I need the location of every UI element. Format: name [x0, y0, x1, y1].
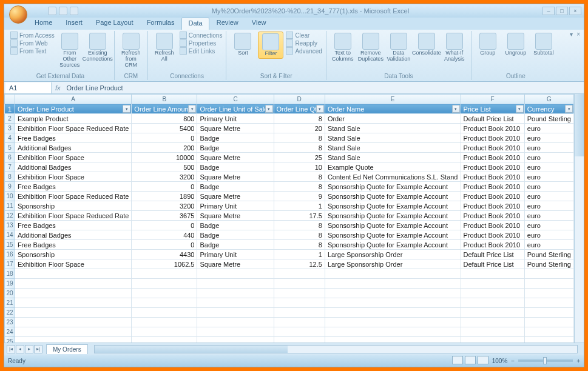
cell[interactable]: 8: [274, 182, 325, 192]
cell[interactable]: 8: [274, 230, 325, 240]
cell[interactable]: 0: [132, 221, 197, 230]
cell[interactable]: [524, 279, 573, 289]
cell[interactable]: euro: [524, 153, 573, 162]
cell[interactable]: Badge: [197, 133, 274, 143]
zoom-in-button[interactable]: +: [576, 358, 580, 364]
cell[interactable]: Sponsorship: [15, 250, 131, 259]
consolidate-button[interactable]: Consolidate: [414, 32, 439, 58]
cell[interactable]: euro: [524, 192, 573, 201]
cell[interactable]: Primary Unit: [197, 201, 274, 211]
cell[interactable]: 8: [274, 143, 325, 153]
cell[interactable]: [325, 298, 461, 308]
formula-value[interactable]: Order Line Product: [64, 84, 126, 92]
tab-home[interactable]: Home: [29, 18, 58, 30]
filter-button[interactable]: Filter: [258, 32, 283, 59]
cell[interactable]: 0: [132, 182, 197, 192]
cell[interactable]: [461, 318, 524, 327]
cell[interactable]: [132, 298, 197, 308]
cell[interactable]: Default Price List: [461, 259, 524, 269]
row-header[interactable]: 18: [5, 269, 15, 279]
row-header[interactable]: 14: [5, 230, 15, 240]
cell[interactable]: 1: [274, 250, 325, 259]
cell[interactable]: [325, 289, 461, 298]
cell[interactable]: [274, 318, 325, 327]
cell[interactable]: euro: [524, 143, 573, 153]
cell[interactable]: Stand Sale: [325, 143, 461, 153]
cell[interactable]: 1: [274, 201, 325, 211]
cell[interactable]: Exhibition Floor Space Reduced Rate: [15, 211, 131, 221]
cell[interactable]: Product Book 2010: [461, 182, 524, 192]
sheet-last-icon[interactable]: ▸|: [34, 345, 42, 353]
row-header[interactable]: 7: [5, 162, 15, 172]
cell[interactable]: Product Book 2010: [461, 143, 524, 153]
cell[interactable]: [325, 269, 461, 279]
cell[interactable]: 800: [132, 114, 197, 124]
cell[interactable]: [461, 337, 524, 343]
cell[interactable]: [15, 337, 131, 343]
cell[interactable]: 1890: [132, 192, 197, 201]
row-header[interactable]: 25: [5, 337, 15, 343]
cell[interactable]: 200: [132, 143, 197, 153]
refresh-crm-button[interactable]: Refresh from CRM: [118, 32, 144, 70]
cell[interactable]: 8: [274, 172, 325, 182]
cell[interactable]: 440: [132, 230, 197, 240]
cell[interactable]: [461, 269, 524, 279]
cell[interactable]: Example Quote: [325, 162, 461, 172]
cell[interactable]: [524, 269, 573, 279]
cell[interactable]: Exhibition Floor Space Reduced Rate: [15, 124, 131, 133]
tab-data[interactable]: Data: [181, 18, 209, 30]
cell[interactable]: euro: [524, 230, 573, 240]
cell[interactable]: Product Book 2010: [461, 201, 524, 211]
normal-view-button[interactable]: [452, 356, 463, 364]
cell[interactable]: [274, 308, 325, 318]
cell[interactable]: 3200: [132, 201, 197, 211]
cell[interactable]: Product Book 2010: [461, 230, 524, 240]
from-other-sources-button[interactable]: From Other Sources: [57, 32, 83, 70]
cell[interactable]: [461, 327, 524, 337]
cell[interactable]: [15, 298, 131, 308]
row-header[interactable]: 16: [5, 250, 15, 259]
ribbon-item[interactable]: Clear: [286, 32, 322, 39]
filter-dropdown-icon[interactable]: ▾: [565, 105, 573, 113]
cell[interactable]: Badge: [197, 240, 274, 250]
cell[interactable]: [524, 337, 573, 343]
cell[interactable]: 1062.5: [132, 259, 197, 269]
cell[interactable]: [132, 318, 197, 327]
cell[interactable]: [197, 289, 274, 298]
cell[interactable]: Product Book 2010: [461, 162, 524, 172]
row-header[interactable]: 22: [5, 308, 15, 318]
cell[interactable]: Sponsorship Quote for Example Account: [325, 211, 461, 221]
table-column-header[interactable]: Price List▾: [461, 104, 524, 114]
tab-formulas[interactable]: Formulas: [141, 18, 181, 30]
cell[interactable]: [461, 279, 524, 289]
tab-insert[interactable]: Insert: [59, 18, 89, 30]
ribbon-minimize-icon[interactable]: ▾: [570, 31, 573, 38]
cell[interactable]: Product Book 2010: [461, 192, 524, 201]
cell[interactable]: [15, 289, 131, 298]
cell[interactable]: [325, 318, 461, 327]
filter-dropdown-icon[interactable]: ▾: [316, 105, 324, 113]
qat-redo-icon[interactable]: [70, 7, 78, 15]
filter-dropdown-icon[interactable]: ▾: [123, 105, 130, 113]
cell[interactable]: [15, 279, 131, 289]
cell[interactable]: Square Metre: [197, 192, 274, 201]
column-header[interactable]: E: [325, 95, 461, 104]
cell[interactable]: [197, 279, 274, 289]
name-box[interactable]: A1: [5, 82, 52, 93]
data-validation-button[interactable]: Data Validation: [386, 32, 411, 64]
row-header[interactable]: 2: [5, 114, 15, 124]
row-header[interactable]: 24: [5, 327, 15, 337]
cell[interactable]: Square Metre: [197, 153, 274, 162]
cell[interactable]: Free Badges: [15, 221, 131, 230]
cell[interactable]: 3675: [132, 211, 197, 221]
cell[interactable]: Sponsorship Quote for Example Account: [325, 240, 461, 250]
row-header[interactable]: 9: [5, 182, 15, 192]
qat-save-icon[interactable]: [48, 7, 56, 15]
cell[interactable]: [197, 318, 274, 327]
cell[interactable]: Additional Badges: [15, 143, 131, 153]
pagebreak-view-button[interactable]: [478, 356, 488, 364]
cell[interactable]: Badge: [197, 182, 274, 192]
cell[interactable]: [197, 269, 274, 279]
zoom-level[interactable]: 100%: [492, 358, 508, 364]
cell[interactable]: 3200: [132, 172, 197, 182]
